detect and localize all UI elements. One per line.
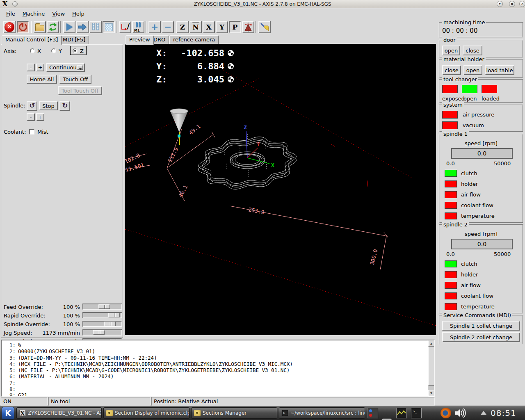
spindle-override-slider[interactable] (82, 321, 122, 327)
spindle1-collet-change-button[interactable]: Spindle 1 collet change (442, 321, 520, 331)
gcode-line: 4:(MCX FILE - P:\TECHNIK\MCAD\ZEICHNUNGE… (3, 361, 426, 367)
view-perspective-button[interactable]: P (229, 21, 241, 33)
taskbar-task-terminal[interactable]: >_ ~/workspace/linuxcnc/src : linuxcnc (279, 407, 365, 419)
svg-text:X: X (271, 162, 274, 168)
reload-file-button[interactable] (47, 21, 59, 33)
taskbar-task-axis[interactable]: X ZYKLOSCHEIBE_V3_01.NC - AXIS 2.7 (16, 407, 102, 419)
gcode-scrollbar[interactable]: ▲ ▼ (428, 340, 434, 396)
menubar: File Machine View Help (0, 9, 525, 19)
tray-terminal-icon[interactable]: >_ (411, 408, 422, 418)
feed-override-slider[interactable] (82, 304, 122, 310)
zoom-out-button[interactable]: − (162, 21, 174, 33)
stop-button[interactable] (103, 21, 115, 33)
statusbar: ON No tool Position: Relative Actual (0, 397, 525, 406)
estop-button[interactable]: ✕ (3, 21, 16, 33)
axis-z-radio[interactable] (73, 48, 78, 53)
material-holder-close-button[interactable]: close (442, 65, 461, 75)
scroll-up-arrow[interactable]: ▲ (428, 340, 434, 347)
gcode-listing[interactable]: 1:% 2:O0000(ZYKLOSCHEIBE_V3_01) 3:(DATE=… (1, 340, 435, 397)
spindle-stop-button[interactable]: Stop (39, 101, 58, 110)
run-button[interactable] (63, 21, 75, 33)
pause-button[interactable] (89, 21, 102, 33)
spindle-minus-button[interactable]: - (27, 113, 35, 121)
machine-power-button[interactable] (17, 21, 29, 33)
open-file-button[interactable] (34, 21, 46, 33)
preview-canvas[interactable]: 49.1 111.9 46.1 253.9 300.0 102.8 11.501 (125, 44, 436, 335)
tray-system-monitor-icon[interactable] (396, 408, 407, 418)
tab-mdi[interactable]: MDI [F5] (59, 35, 89, 44)
touch-off-button[interactable]: Touch Off (59, 75, 91, 84)
jog-plus-button[interactable]: + (36, 64, 44, 71)
taskbar-clock: 08:51 (491, 408, 516, 418)
tab-manual-control[interactable]: Manual Control [F3] (2, 35, 62, 45)
view-x-button[interactable]: X (203, 21, 215, 33)
gear-wireframe (199, 137, 297, 189)
home-all-button[interactable]: Home All (27, 75, 57, 84)
scroll-down-arrow[interactable]: ▼ (428, 390, 434, 396)
taskbar-task-section-display[interactable]: Section Display of micronic.clp (103, 407, 189, 419)
gcode-line: 8: (3, 386, 426, 392)
tab-refence-camera[interactable]: refence camera (169, 35, 219, 44)
spindle2-collet-change-button[interactable]: Spindle 2 collet change (442, 332, 520, 342)
axis-y-radio[interactable] (51, 48, 56, 53)
view-y-button[interactable]: Y (216, 21, 228, 33)
tray-display-icon[interactable] (381, 418, 392, 420)
material-holder-open-button[interactable]: open (463, 65, 482, 75)
jog-speed-slider[interactable] (82, 329, 122, 336)
spindle1-coolantflow-led (445, 202, 457, 209)
door-group: door open close (439, 40, 523, 58)
tab-preview[interactable]: Preview (126, 35, 154, 45)
spindle1-group: spindle 1 speed [rpm] 0.0 0.0 50000 clut… (439, 134, 523, 223)
maximize-button[interactable]: ◆ (509, 1, 515, 7)
spindle1-speed-gauge: 0.0 (451, 148, 513, 159)
tool-touch-off-button[interactable]: Tool Touch Off (58, 86, 102, 95)
spindle2-temperature-led (445, 303, 457, 310)
spindle1-airflow-led (445, 191, 457, 198)
scrollbar-thumb[interactable] (428, 347, 434, 386)
spindle-plus-button[interactable]: + (36, 113, 44, 121)
menu-view[interactable]: View (48, 9, 68, 18)
clear-plot-button[interactable] (258, 21, 271, 33)
taskbar-task-sections-manager[interactable]: Sections Manager (191, 407, 277, 419)
minimize-button[interactable]: ▾ (497, 1, 503, 7)
spindle1-range-max: 50000 (494, 160, 511, 167)
menu-help[interactable]: Help (68, 9, 88, 18)
zoom-in-button[interactable]: + (148, 21, 161, 33)
panel-hide-arrow-icon[interactable] (481, 411, 486, 415)
titlebar-circle-icon[interactable] (12, 1, 18, 7)
tray-firefox-icon[interactable] (441, 408, 451, 418)
mist-checkbox[interactable] (29, 129, 34, 135)
tray-volume-icon[interactable] (454, 408, 467, 418)
menu-file[interactable]: File (2, 9, 19, 18)
preview-notebook: Preview DRO refence camera (124, 35, 436, 336)
axis-x-label: X (37, 48, 41, 54)
material-holder-group: material holder close open load table (439, 59, 523, 78)
spindle-ccw-button[interactable]: ↺ (27, 101, 37, 111)
homed-icon (228, 63, 234, 69)
door-open-button[interactable]: open (442, 46, 460, 55)
menu-machine[interactable]: Machine (19, 9, 48, 18)
play-icon (66, 23, 73, 31)
machine-extents-lines (125, 71, 436, 326)
spindle-cw-button[interactable]: ↻ (59, 101, 70, 111)
step-button[interactable] (76, 21, 89, 33)
jog-minus-button[interactable]: - (27, 64, 35, 71)
rapid-override-slider[interactable] (82, 312, 122, 318)
optional-pause-button[interactable]: M1 (132, 21, 144, 33)
svg-text:300.0: 300.0 (369, 249, 379, 266)
tray-notifier-icon[interactable] (368, 408, 378, 418)
kde-menu-button[interactable]: K (2, 407, 14, 420)
gcode-line: 1:% (3, 342, 426, 348)
view-z-button[interactable]: Z (176, 21, 189, 33)
load-table-button[interactable]: load table (485, 65, 514, 75)
tool-changer-exposed-led (442, 85, 458, 93)
axis-x-radio[interactable] (30, 48, 35, 53)
jog-mode-select[interactable]: Continuous (46, 63, 85, 72)
door-close-button[interactable]: close (463, 46, 482, 55)
skip-lines-button[interactable]: / (119, 21, 131, 33)
dimension-lines (125, 129, 388, 269)
view-z-rotated-button[interactable]: N (189, 21, 202, 33)
close-button[interactable]: × (519, 1, 525, 7)
rotate-view-button[interactable] (242, 21, 254, 33)
stop-icon (105, 23, 113, 31)
